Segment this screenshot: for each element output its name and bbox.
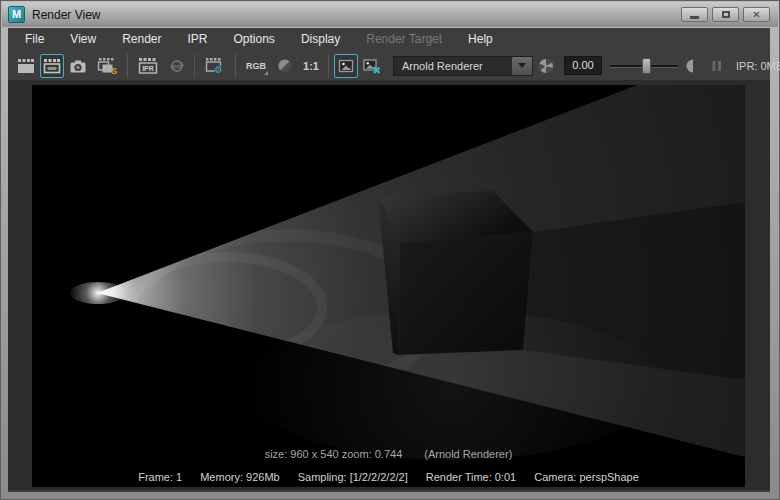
real-size-icon: 1:1 (303, 60, 319, 72)
frame-status: Frame: 1 (138, 471, 182, 483)
chevron-down-icon (518, 63, 526, 68)
keep-image-icon (337, 57, 355, 75)
ipr-clapperboard-icon: IPR (137, 57, 159, 75)
title-bar[interactable]: M Render View ✕ (2, 2, 778, 27)
render-sequence-icon: S (96, 57, 118, 75)
exposure-button[interactable] (534, 54, 558, 78)
toolbar-separator (235, 54, 236, 78)
exposure-slider[interactable] (610, 56, 678, 76)
half-circle-icon (684, 58, 698, 74)
pause-icon (711, 59, 723, 73)
menu-render[interactable]: Render (109, 28, 174, 51)
render-settings-icon: ⚙ (204, 57, 226, 75)
redo-previous-render-button[interactable] (40, 54, 64, 78)
remove-image-button[interactable] (360, 54, 384, 78)
menu-help[interactable]: Help (455, 28, 506, 51)
cube-object (378, 191, 533, 355)
camera-icon (69, 57, 87, 75)
svg-text:S: S (111, 66, 117, 75)
menu-file[interactable]: File (12, 28, 57, 51)
maximize-button[interactable] (712, 7, 739, 22)
minimize-button[interactable] (681, 7, 708, 22)
render-sequence-button[interactable]: S (92, 54, 122, 78)
camera-status: Camera: perspShape (534, 471, 639, 483)
gamma-display-button[interactable] (679, 54, 703, 78)
rgb-channels-icon: RGB (246, 61, 266, 71)
slider-handle[interactable] (642, 58, 651, 74)
menu-display[interactable]: Display (288, 28, 353, 51)
exposure-value-field[interactable]: 0.00 (564, 56, 602, 75)
menu-ipr[interactable]: IPR (175, 28, 221, 51)
status-bar: Frame: 1Memory: 926MbSampling: [1/2/2/2/… (32, 471, 745, 483)
renderer-dropdown-value: Arnold Renderer (394, 57, 511, 75)
window-content: File View Render IPR Options Display Ren… (8, 28, 770, 492)
remove-image-icon (362, 57, 382, 75)
toolbar-separator (194, 54, 195, 78)
clapperboard-icon (17, 57, 35, 75)
alpha-half-disk-icon (277, 58, 293, 74)
image-status-line: size: 960 x 540 zoom: 0.744(Arnold Rende… (32, 448, 745, 460)
dropdown-corner-triangle-icon (264, 71, 268, 75)
snapshot-button[interactable] (66, 54, 90, 78)
aperture-icon (537, 57, 555, 75)
svg-text:⚙: ⚙ (214, 64, 223, 75)
menu-view[interactable]: View (57, 28, 109, 51)
sampling-status: Sampling: [1/2/2/2/2/2] (298, 471, 408, 483)
display-rgb-channels-button[interactable]: RGB (241, 54, 271, 78)
toolbar-separator (127, 54, 128, 78)
minimize-icon (690, 16, 699, 19)
display-alpha-channel-button[interactable] (273, 54, 297, 78)
menu-options[interactable]: Options (221, 28, 288, 51)
refresh-ipr-button: IPR (165, 54, 189, 78)
toolbar: S IPR IPR (8, 51, 770, 80)
keep-image-button[interactable] (334, 54, 358, 78)
rendered-image[interactable]: size: 960 x 540 zoom: 0.744(Arnold Rende… (32, 85, 745, 487)
close-icon: ✕ (752, 10, 760, 20)
ipr-memory-label: IPR: 0MB (736, 60, 780, 72)
ipr-refresh-icon: IPR (168, 57, 186, 75)
menu-render-target: Render Target (353, 28, 455, 51)
render-view-background: size: 960 x 540 zoom: 0.744(Arnold Rende… (8, 80, 770, 490)
render-time-status: Render Time: 0:01 (426, 471, 517, 483)
pause-ipr-button (705, 54, 729, 78)
close-button[interactable]: ✕ (743, 7, 770, 22)
renderer-name-text: (Arnold Renderer) (424, 448, 512, 460)
clapperboard-outline-icon (43, 57, 61, 75)
renderer-dropdown-arrow-button[interactable] (511, 57, 532, 75)
render-settings-button[interactable]: ⚙ (200, 54, 230, 78)
svg-text:IPR: IPR (172, 63, 181, 69)
memory-status: Memory: 926Mb (200, 471, 279, 483)
svg-text:IPR: IPR (142, 65, 154, 72)
renderer-dropdown[interactable]: Arnold Renderer (393, 56, 533, 76)
spotlight-cube-render (32, 85, 745, 487)
maximize-icon (722, 11, 730, 18)
render-view-window: M Render View ✕ File View Render IPR Opt… (0, 0, 780, 500)
render-current-frame-button[interactable] (14, 54, 38, 78)
size-zoom-text: size: 960 x 540 zoom: 0.744 (265, 448, 403, 460)
display-real-size-button[interactable]: 1:1 (299, 54, 323, 78)
toolbar-separator (328, 54, 329, 78)
maya-logo-icon: M (8, 6, 25, 23)
menu-bar: File View Render IPR Options Display Ren… (8, 28, 770, 51)
window-title: Render View (32, 8, 100, 22)
ipr-render-button[interactable]: IPR (133, 54, 163, 78)
